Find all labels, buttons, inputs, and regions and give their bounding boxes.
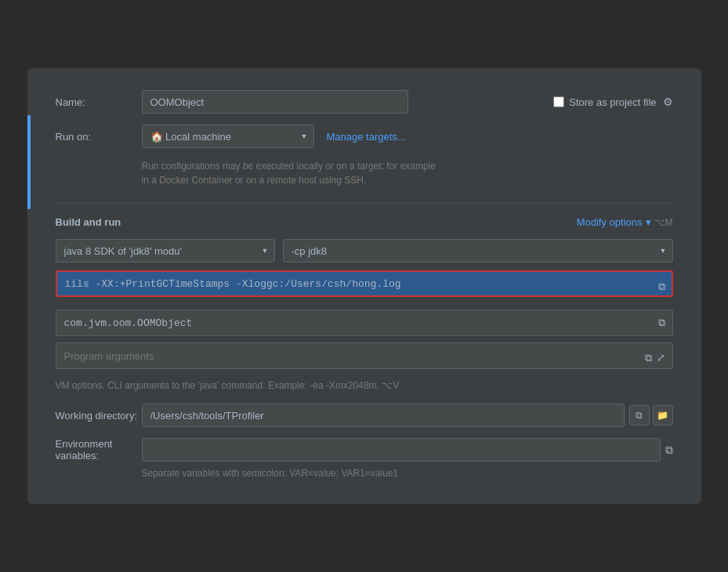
manage-targets-link[interactable]: Manage targets... [327,131,406,143]
copy-env-vars-icon[interactable]: ⧉ [665,443,673,457]
copy-program-args-icon[interactable]: ⧉ [645,352,652,364]
main-class-input[interactable] [56,310,673,336]
run-on-dropdown-wrap: 🏠 Local machine [142,125,314,148]
store-project-row: Store as project file ⚙ [553,96,672,108]
vm-hint: VM options. CLI arguments to the 'java' … [56,380,673,391]
program-args-input[interactable] [56,342,673,369]
run-on-row: Run on: 🏠 Local machine Manage targets..… [56,125,673,148]
browse-working-dir-button[interactable]: 📁 [653,405,673,425]
name-row: Name: Store as project file ⚙ [56,90,673,114]
cp-dropdown-wrap: -cp jdk8 [283,239,673,262]
run-hint: Run configurations may be executed local… [142,159,673,187]
run-on-label: Run on: [56,131,142,143]
sdk-cp-row: java 8 SDK of 'jdk8' modu' -cp jdk8 [56,239,673,262]
copy-vm-options-icon[interactable]: ⧉ [658,281,665,293]
copy-main-class-icon[interactable]: ⧉ [658,317,665,329]
env-hint: Separate variables with semicolon: VAR=v… [142,468,673,479]
env-vars-input[interactable] [142,438,661,462]
gear-icon[interactable]: ⚙ [663,96,673,108]
env-vars-label: Environment variables: [56,438,142,462]
env-vars-row: Environment variables: ⧉ [56,438,673,462]
build-run-header: Build and run Modify options ▾ ⌥M [56,216,673,228]
modify-shortcut: ⌥M [654,217,673,228]
sdk-dropdown-wrap: java 8 SDK of 'jdk8' modu' [56,239,275,262]
name-input[interactable] [142,90,408,114]
build-run-title: Build and run [56,216,121,228]
copy-working-dir-button[interactable]: ⧉ [629,405,650,425]
working-dir-input[interactable] [142,404,625,427]
cp-dropdown[interactable]: -cp jdk8 [283,239,673,262]
modify-options-button[interactable]: Modify options ▾ [577,216,651,228]
name-label: Name: [56,96,142,108]
store-project-checkbox[interactable] [553,96,564,107]
program-args-row: ⧉ ⤢ [56,342,673,374]
run-configuration-panel: Name: Store as project file ⚙ Run on: 🏠 … [27,68,701,504]
modify-options-group: Modify options ▾ ⌥M [577,216,673,228]
vm-options-row: ⧉ [56,270,673,303]
main-class-row: ⧉ [56,310,673,336]
working-dir-label: Working directory: [56,410,142,422]
expand-program-args-icon[interactable]: ⤢ [657,352,665,364]
run-on-dropdown[interactable]: 🏠 Local machine [142,125,314,148]
program-args-icons: ⧉ ⤢ [645,352,665,364]
working-dir-row: Working directory: ⧉ 📁 [56,404,673,427]
sdk-dropdown[interactable]: java 8 SDK of 'jdk8' modu' [56,239,275,262]
vm-options-input[interactable] [56,270,673,297]
divider [56,203,673,204]
store-project-label[interactable]: Store as project file [553,96,656,108]
working-dir-icons: ⧉ 📁 [629,405,673,425]
